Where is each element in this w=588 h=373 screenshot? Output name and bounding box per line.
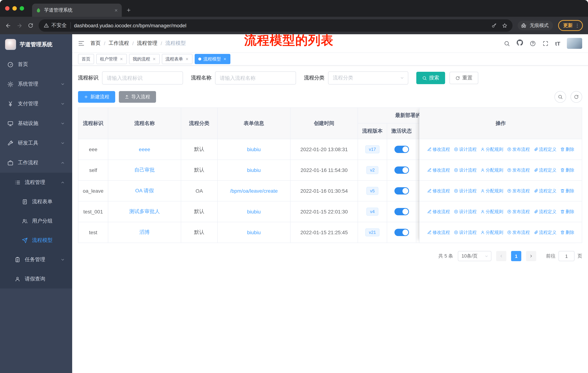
search-button[interactable]: 搜索 <box>416 72 445 84</box>
sidebar-item-process-mgmt[interactable]: 流程管理 <box>0 173 72 192</box>
sidebar-item-workflow[interactable]: 工作流程 <box>0 153 72 173</box>
edit-process-link[interactable]: 修改流程 <box>427 229 450 235</box>
minimize-window-button[interactable] <box>12 6 17 10</box>
breadcrumb-item[interactable]: 首页 <box>90 40 101 47</box>
assign-rule-link[interactable]: 分配规则 <box>480 167 503 173</box>
browser-menu-icon[interactable] <box>575 23 580 28</box>
font-size-control[interactable]: tT <box>555 40 560 46</box>
help-icon[interactable] <box>530 40 536 46</box>
browser-tab[interactable]: 芋道管理系统 <box>32 4 122 17</box>
close-icon[interactable] <box>120 57 123 61</box>
close-icon[interactable] <box>223 57 227 61</box>
edit-process-link[interactable]: 修改流程 <box>427 146 450 152</box>
sidebar-collapse-icon[interactable] <box>78 40 84 47</box>
delete-process-link[interactable]: 删除 <box>560 146 574 152</box>
security-status[interactable]: 不安全 <box>44 22 71 29</box>
tag-my-process[interactable]: 我的流程 <box>129 54 160 64</box>
design-process-link[interactable]: 设计流程 <box>454 167 477 173</box>
github-icon[interactable] <box>516 39 523 47</box>
close-icon[interactable] <box>185 57 189 61</box>
edit-process-link[interactable]: 修改流程 <box>427 209 450 215</box>
process-name-link[interactable]: 自己审批 <box>134 167 155 173</box>
form-info-link[interactable]: biubiu <box>247 209 261 214</box>
process-name-link[interactable]: 滔博 <box>139 229 150 235</box>
sidebar-item-process-model[interactable]: 流程模型 <box>0 231 72 250</box>
delete-process-link[interactable]: 删除 <box>560 188 574 194</box>
assign-rule-link[interactable]: 分配规则 <box>480 188 503 194</box>
sidebar-item-task-mgmt[interactable]: 任务管理 <box>0 250 72 269</box>
reload-button[interactable] <box>28 23 33 28</box>
sidebar-item-payment[interactable]: 支付管理 <box>0 94 72 114</box>
close-icon[interactable] <box>152 57 156 61</box>
publish-process-link[interactable]: 发布流程 <box>507 229 530 235</box>
design-process-link[interactable]: 设计流程 <box>454 188 477 194</box>
reset-button[interactable]: 重置 <box>450 72 478 84</box>
active-toggle[interactable] <box>394 229 409 236</box>
breadcrumb-item[interactable]: 流程管理 <box>137 40 158 47</box>
active-toggle[interactable] <box>394 146 409 153</box>
address-bar[interactable]: 不安全 dashboard.yudao.iocoder.cn/bpm/manag… <box>39 19 513 32</box>
active-toggle[interactable] <box>394 166 409 174</box>
key-icon[interactable] <box>491 23 497 28</box>
process-definition-link[interactable]: 流程定义 <box>534 167 556 173</box>
import-process-button[interactable]: 导入流程 <box>119 91 156 103</box>
search-icon[interactable] <box>504 40 510 46</box>
page-size-select[interactable]: 10条/页 <box>458 251 491 261</box>
assign-rule-link[interactable]: 分配规则 <box>480 209 503 215</box>
form-info-link[interactable]: biubiu <box>247 146 261 152</box>
sidebar-item-devtools[interactable]: 研发工具 <box>0 133 72 153</box>
form-info-link[interactable]: biubiu <box>247 167 261 173</box>
design-process-link[interactable]: 设计流程 <box>454 209 477 215</box>
sidebar-item-leave-query[interactable]: 请假查询 <box>0 269 72 289</box>
sidebar-item-home[interactable]: 首页 <box>0 55 72 74</box>
category-select[interactable]: 流程分类 <box>328 71 408 84</box>
delete-process-link[interactable]: 删除 <box>560 209 574 215</box>
maximize-window-button[interactable] <box>20 6 24 10</box>
tag-tenant[interactable]: 租户管理 <box>96 54 127 64</box>
process-name-input[interactable] <box>215 71 296 84</box>
goto-page-input[interactable] <box>558 251 575 261</box>
publish-process-link[interactable]: 发布流程 <box>507 146 530 152</box>
page-button-1[interactable]: 1 <box>511 251 521 261</box>
refresh-table-button[interactable] <box>570 91 582 103</box>
design-process-link[interactable]: 设计流程 <box>454 229 477 235</box>
process-definition-link[interactable]: 流程定义 <box>534 229 556 235</box>
tag-process-model[interactable]: 流程模型 <box>195 54 230 64</box>
process-definition-link[interactable]: 流程定义 <box>534 188 556 194</box>
user-avatar[interactable] <box>567 38 582 49</box>
delete-process-link[interactable]: 删除 <box>560 229 574 235</box>
assign-rule-link[interactable]: 分配规则 <box>480 146 503 152</box>
tab-close-icon[interactable] <box>114 8 118 12</box>
bookmark-star-icon[interactable] <box>502 23 507 28</box>
process-name-link[interactable]: eeee <box>139 146 150 152</box>
forward-button[interactable] <box>16 22 23 29</box>
delete-process-link[interactable]: 删除 <box>560 167 574 173</box>
design-process-link[interactable]: 设计流程 <box>454 146 477 152</box>
process-name-link[interactable]: 测试多审批人 <box>129 208 160 214</box>
process-definition-link[interactable]: 流程定义 <box>534 209 556 215</box>
prev-page-button[interactable] <box>496 251 506 261</box>
publish-process-link[interactable]: 发布流程 <box>507 209 530 215</box>
sidebar-item-infra[interactable]: 基础设施 <box>0 114 72 133</box>
sidebar-item-process-form[interactable]: 流程表单 <box>0 192 72 211</box>
active-toggle[interactable] <box>394 187 409 194</box>
sidebar-item-user-group[interactable]: 用户分组 <box>0 211 72 231</box>
process-definition-link[interactable]: 流程定义 <box>534 146 556 152</box>
edit-process-link[interactable]: 修改流程 <box>427 188 450 194</box>
form-info-link[interactable]: /bpm/oa/leave/create <box>230 188 278 194</box>
sidebar-item-system[interactable]: 系统管理 <box>0 74 72 94</box>
next-page-button[interactable] <box>526 251 536 261</box>
active-toggle[interactable] <box>394 208 409 215</box>
process-id-input[interactable] <box>102 71 183 84</box>
form-info-link[interactable]: biubiu <box>247 230 261 235</box>
publish-process-link[interactable]: 发布流程 <box>507 188 530 194</box>
edit-process-link[interactable]: 修改流程 <box>427 167 450 173</box>
tag-home[interactable]: 首页 <box>78 54 94 64</box>
close-window-button[interactable] <box>5 6 10 10</box>
process-name-link[interactable]: OA 请假 <box>135 188 154 193</box>
new-tab-button[interactable] <box>122 4 136 17</box>
breadcrumb-item[interactable]: 工作流程 <box>109 40 129 47</box>
tag-process-form[interactable]: 流程表单 <box>162 54 192 64</box>
toggle-search-button[interactable] <box>555 91 566 103</box>
create-process-button[interactable]: 新建流程 <box>78 91 115 103</box>
